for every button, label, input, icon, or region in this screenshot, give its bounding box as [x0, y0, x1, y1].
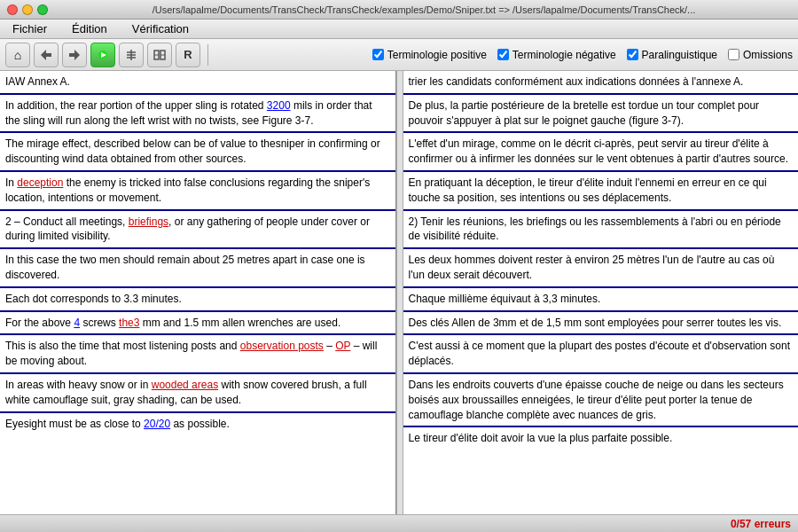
cb-omissions-input[interactable]	[728, 49, 739, 60]
cb-terminologie-positive-input[interactable]	[372, 49, 384, 60]
left-segment-9: In areas with heavy snow or in wooded ar…	[0, 374, 395, 413]
svg-rect-1	[45, 53, 51, 57]
left-segment-4: 2 – Conduct all meetings, briefings, or …	[0, 211, 395, 250]
align-button[interactable]	[119, 43, 144, 67]
cb-paralinguistique-input[interactable]	[627, 49, 638, 60]
right-segment-0: trier les candidats conformément aux ind…	[403, 71, 799, 95]
cb-terminologie-negative[interactable]: Terminologie négative	[497, 49, 616, 61]
left-segment-0: IAW Annex A.	[0, 71, 395, 95]
status-bar: 0/57 erreurs	[0, 514, 798, 532]
right-segment-6: Chaque millième équivaut à 3,3 minutes.	[403, 288, 799, 312]
menu-fichier[interactable]: Fichier	[7, 20, 52, 37]
menu-bar: Fichier Édition Vérification	[0, 20, 798, 39]
right-segment-9: Dans les endroits couverts d'une épaisse…	[403, 374, 799, 427]
left-pane[interactable]: IAW Annex A.In addition, the rear portio…	[0, 71, 396, 514]
right-segment-4: 2) Tenir les réunions, les briefings ou …	[403, 211, 799, 250]
pane-divider	[396, 71, 403, 514]
window-controls	[7, 4, 48, 15]
left-segment-1: In addition, the rear portion of the upp…	[0, 95, 395, 134]
cb-terminologie-positive[interactable]: Terminologie positive	[372, 49, 487, 61]
toolbar-separator	[207, 44, 208, 66]
back-button[interactable]	[34, 43, 59, 67]
home-button[interactable]: ⌂	[5, 43, 30, 67]
cb-omissions[interactable]: Omissions	[728, 49, 793, 61]
close-button[interactable]	[7, 4, 18, 15]
right-segment-1: De plus, la partie postérieure de la bre…	[403, 95, 799, 134]
title-bar: /Users/lapalme/Documents/TransCheck/Tran…	[0, 0, 798, 20]
r-button[interactable]: R	[176, 43, 200, 67]
maximize-button[interactable]	[37, 4, 48, 15]
cb-paralinguistique-label: Paralinguistique	[642, 49, 717, 61]
cb-terminologie-negative-input[interactable]	[497, 49, 509, 60]
svg-rect-3	[69, 53, 75, 57]
window-title: /Users/lapalme/Documents/TransCheck/Tran…	[57, 4, 791, 15]
right-segment-5: Les deux hommes doivent rester à environ…	[403, 249, 799, 288]
play-button[interactable]	[90, 43, 115, 67]
menu-edition[interactable]: Édition	[66, 20, 113, 37]
left-segment-2: The mirage effect, described below can b…	[0, 133, 395, 172]
right-segment-8: C'est aussi à ce moment que la plupart d…	[403, 335, 799, 374]
right-segment-10: Le tireur d'élite doit avoir la vue la p…	[403, 427, 799, 450]
forward-button[interactable]	[62, 43, 87, 67]
right-segment-3: En pratiquant la déception, le tireur d'…	[403, 172, 799, 211]
split-button[interactable]	[147, 43, 172, 67]
error-count: 0/57 erreurs	[731, 518, 791, 530]
cb-paralinguistique[interactable]: Paralinguistique	[627, 49, 717, 61]
menu-verification[interactable]: Vérification	[127, 20, 194, 37]
right-segment-2: L'effet d'un mirage, comme on le décrit …	[403, 133, 799, 172]
left-segment-3: In deception the enemy is tricked into f…	[0, 172, 395, 211]
left-segment-8: This is also the time that most listenin…	[0, 335, 395, 374]
cb-terminologie-negative-label: Terminologie négative	[512, 49, 616, 61]
main-content: IAW Annex A.In addition, the rear portio…	[0, 71, 798, 514]
left-segment-5: In this case the two men should remain a…	[0, 249, 395, 288]
right-segment-7: Des clés Allen de 3mm et de 1,5 mm sont …	[403, 312, 799, 336]
left-segment-10: Eyesight must be as close to 20/20 as po…	[0, 413, 395, 435]
checkbox-group: Terminologie positive Terminologie négat…	[372, 49, 793, 61]
cb-omissions-label: Omissions	[743, 49, 793, 61]
toolbar: ⌂ R Terminologie positive T	[0, 39, 798, 71]
minimize-button[interactable]	[22, 4, 33, 15]
left-segment-6: Each dot corresponds to 3.3 minutes.	[0, 288, 395, 312]
right-pane[interactable]: trier les candidats conformément aux ind…	[403, 71, 799, 514]
cb-terminologie-positive-label: Terminologie positive	[387, 49, 487, 61]
left-segment-7: For the above 4 screws the3 mm and 1.5 m…	[0, 312, 395, 336]
